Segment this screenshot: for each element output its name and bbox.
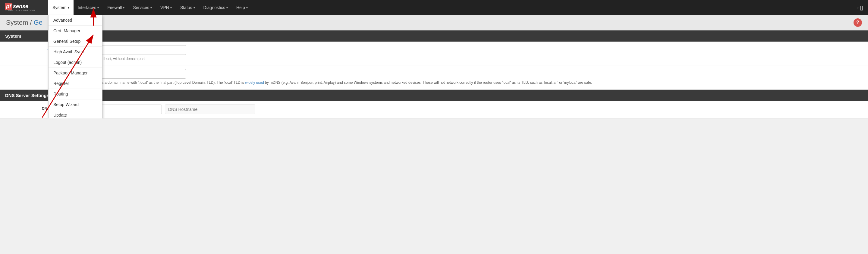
hostname-help: Name of the firewall host, without domai… — [71, 56, 863, 61]
dropdown-item-advanced[interactable]: Advanced — [49, 15, 102, 26]
content-area: System Hostname Name of the firewall hos… — [0, 30, 868, 119]
nav-label-status: Status — [180, 5, 192, 10]
breadcrumb: System / Ge — [6, 19, 42, 27]
dns-form-panel: DNS Server Settings DNS Servers — [0, 90, 868, 119]
system-form-panel: System Hostname Name of the firewall hos… — [0, 30, 868, 90]
domain-help-suffix: by mDNS (e.g. Avahi, Bonjour, print, Air… — [264, 81, 592, 85]
nav-right: →▯ — [849, 0, 868, 15]
system-section-header: System — [0, 30, 868, 41]
nav-caret-firewall: ▾ — [123, 6, 124, 9]
dropdown-item-register[interactable]: Register — [49, 78, 102, 89]
page-wrapper: pfsense COMMUNITY EDITION System ▾ Advan… — [0, 0, 868, 119]
nav-item-diagnostics[interactable]: Diagnostics ▾ — [199, 0, 232, 15]
dns-hostname-input[interactable] — [165, 104, 255, 114]
brand-logo[interactable]: pfsense COMMUNITY EDITION — [0, 0, 48, 15]
dropdown-item-high-avail[interactable]: High Avail. Sync — [49, 47, 102, 57]
dropdown-item-update[interactable]: Update — [49, 110, 102, 119]
nav-item-help[interactable]: Help ▾ — [232, 0, 252, 15]
nav-caret-help: ▾ — [246, 6, 248, 9]
domain-row: Domain Do not use 'local' as a domain na… — [0, 65, 868, 89]
breadcrumb-system: System — [6, 19, 28, 26]
nav-caret-vpn: ▾ — [170, 6, 172, 9]
system-dropdown: Advanced Cert. Manager General Setup Hig… — [48, 15, 102, 119]
navbar: pfsense COMMUNITY EDITION System ▾ Advan… — [0, 0, 868, 15]
dropdown-item-routing[interactable]: Routing — [49, 89, 102, 99]
help-button[interactable]: ? — [854, 19, 862, 27]
nav-item-interfaces[interactable]: Interfaces ▾ — [73, 0, 103, 15]
dns-input-row — [71, 104, 863, 114]
nav-label-firewall: Firewall — [107, 5, 122, 10]
nav-caret-interfaces: ▾ — [97, 6, 99, 9]
dropdown-item-cert-manager[interactable]: Cert. Manager — [49, 26, 102, 36]
dns-section-header: DNS Server Settings — [0, 90, 868, 101]
nav-caret-system: ▾ — [68, 6, 69, 9]
hostname-row: Hostname Name of the firewall host, with… — [0, 41, 868, 65]
dns-servers-row: DNS Servers — [0, 101, 868, 118]
dropdown-item-general-setup[interactable]: General Setup — [49, 36, 102, 47]
dns-controls — [71, 104, 863, 114]
nav-caret-services: ▾ — [150, 6, 152, 9]
breadcrumb-current[interactable]: Ge — [34, 19, 42, 26]
nav-label-help: Help — [236, 5, 245, 10]
brand-main-text: pfsense — [5, 4, 35, 9]
nav-label-services: Services — [133, 5, 149, 10]
dropdown-item-package-manager[interactable]: Package Manager — [49, 68, 102, 78]
domain-controls: Do not use 'local' as a domain name with… — [71, 69, 863, 85]
nav-item-status[interactable]: Status ▾ — [176, 0, 199, 15]
nav-label-diagnostics: Diagnostics — [204, 5, 225, 10]
domain-help-link[interactable]: widely used — [245, 81, 264, 85]
nav-caret-status: ▾ — [193, 6, 195, 9]
nav-items: System ▾ Advanced Cert. Manager General … — [48, 0, 849, 15]
dropdown-item-logout[interactable]: Logout (admin) — [49, 57, 102, 68]
nav-label-system: System — [53, 5, 67, 10]
domain-help: Do not use 'local' as a domain name with… — [71, 80, 863, 85]
nav-item-firewall[interactable]: Firewall ▾ — [103, 0, 129, 15]
hostname-controls: Name of the firewall host, without domai… — [71, 45, 863, 61]
breadcrumb-separator: / — [30, 19, 33, 26]
brand-edition-text: COMMUNITY EDITION — [5, 9, 35, 12]
nav-caret-diagnostics: ▾ — [226, 6, 228, 9]
nav-item-system[interactable]: System ▾ Advanced Cert. Manager General … — [48, 0, 73, 15]
dropdown-item-setup-wizard[interactable]: Setup Wizard — [49, 99, 102, 110]
nav-label-interfaces: Interfaces — [78, 5, 96, 10]
nav-item-services[interactable]: Services ▾ — [129, 0, 156, 15]
nav-item-vpn[interactable]: VPN ▾ — [156, 0, 176, 15]
breadcrumb-bar: System / Ge ? — [0, 15, 868, 30]
nav-label-vpn: VPN — [160, 5, 169, 10]
logout-icon[interactable]: →▯ — [854, 4, 863, 11]
